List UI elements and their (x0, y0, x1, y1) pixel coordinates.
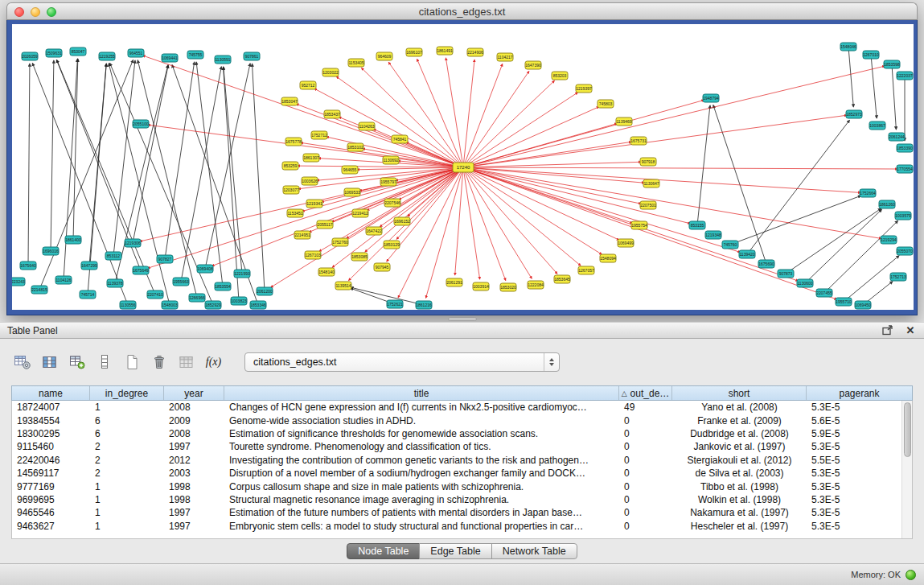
graph-node[interactable]: 1104263 (359, 122, 375, 130)
graph-node[interactable]: 907827 (157, 255, 173, 263)
graph-node[interactable]: 1853020 (500, 283, 516, 291)
graph-node[interactable]: 1069450 (855, 301, 871, 309)
graph-node[interactable]: 907873 (778, 270, 794, 278)
graph-node[interactable]: 1853598 (884, 60, 900, 68)
graph-node[interactable]: 1675731 (630, 137, 647, 145)
graph-node[interactable]: 964609 (376, 52, 392, 60)
graph-node[interactable]: 1130591 (215, 56, 231, 64)
graph-node[interactable]: 1853047 (281, 97, 298, 105)
graph-node[interactable]: 1752664 (860, 189, 876, 197)
graph-node[interactable]: 1955710 (836, 298, 852, 306)
show-columns-button[interactable] (39, 352, 60, 373)
network-graph[interactable]: 1853047 952712 1203022 1153405 964609 16… (12, 24, 914, 310)
new-table-button[interactable] (121, 352, 142, 373)
graph-node[interactable]: 964551 (128, 49, 144, 57)
graph-node[interactable]: 1647299 (81, 262, 97, 270)
graph-node[interactable]: 1139378 (107, 279, 123, 287)
graph-node[interactable]: 1130647 (643, 179, 659, 187)
close-panel-button[interactable]: ✕ (904, 324, 917, 337)
graph-node[interactable]: 1770554 (897, 165, 913, 173)
table-row[interactable]: 1938455462009Genome-wide association stu… (12, 414, 912, 426)
graph-node[interactable]: 853047 (70, 47, 86, 56)
import-table-button[interactable] (175, 352, 197, 373)
tab-network-table[interactable]: Network Table (491, 543, 577, 559)
graph-node[interactable]: 1853129 (384, 241, 400, 249)
graph-node[interactable]: 1219348 (705, 231, 721, 239)
graph-node[interactable]: 1852973 (846, 110, 862, 118)
table-row[interactable]: 946362711997Embryonic stem cells: a mode… (12, 520, 912, 533)
graph-node[interactable]: 907918 (640, 158, 656, 166)
close-window-button[interactable] (14, 7, 24, 17)
graph-node[interactable]: 1069408 (197, 265, 213, 273)
graph-node[interactable]: 1861216 (416, 301, 432, 309)
graph-node[interactable]: 1219397 (576, 84, 592, 93)
graph-node[interactable]: 2055117 (317, 220, 333, 229)
graph-node[interactable]: 1955797 (380, 178, 396, 186)
tab-edge-table[interactable]: Edge Table (419, 543, 491, 559)
table-row[interactable]: 1830029562008Estimation of significance … (12, 427, 912, 440)
graph-node[interactable]: 853259 (282, 162, 298, 170)
graph-node[interactable]: 1752712 (311, 131, 327, 139)
graph-node[interactable]: 952712 (300, 81, 316, 89)
graph-node[interactable]: 1104217 (497, 53, 513, 61)
graph-node[interactable]: 1069533 (344, 188, 360, 196)
column-header-title[interactable]: title (224, 386, 619, 400)
graph-node[interactable]: 1548140 (318, 268, 335, 276)
graph-node[interactable]: 1853645 (554, 275, 570, 283)
graph-node[interactable]: 1853554 (215, 282, 231, 290)
graph-node[interactable]: 1948794 (703, 94, 719, 102)
graph-node[interactable]: 1130556 (120, 301, 136, 309)
graph-node[interactable]: 2061200 (257, 287, 273, 295)
select-rows-button[interactable] (93, 352, 115, 373)
graph-node[interactable]: 1223243 (12, 278, 25, 286)
graph-node[interactable]: 1853346 (250, 301, 266, 309)
graph-node[interactable]: 1003579 (895, 212, 911, 220)
table-row[interactable]: 969969511998Structural magnetic resonanc… (12, 493, 912, 506)
graph-node[interactable]: 1861400 (65, 236, 81, 244)
graph-node[interactable]: 745714 (80, 290, 96, 299)
column-header-in_degree[interactable]: in_degree (90, 386, 164, 400)
graph-node[interactable]: 1675690 (758, 260, 774, 268)
graph-node[interactable]: 2207501 (640, 201, 656, 209)
graph-node[interactable]: 1548094 (600, 254, 616, 262)
graph-node[interactable]: 1696152 (394, 217, 410, 225)
graph-node[interactable]: 17240 (453, 163, 474, 172)
column-header-short[interactable]: short (672, 386, 807, 400)
graph-node[interactable]: 1219412 (352, 209, 368, 217)
graph-node[interactable]: 745760 (722, 241, 738, 249)
graph-node[interactable]: 853203 (552, 72, 568, 80)
graph-node[interactable]: 1696107 (406, 48, 422, 56)
graph-node[interactable]: 1153405 (348, 59, 364, 67)
graph-node[interactable]: 907861 (244, 52, 260, 60)
column-header-pagerank[interactable]: pagerank (807, 386, 912, 400)
graph-node[interactable]: 1219255 (99, 52, 115, 60)
graph-node[interactable]: 907945 (374, 263, 390, 271)
graph-node[interactable]: 1069499 (618, 239, 634, 247)
graph-node[interactable]: 1861260 (879, 200, 895, 208)
graph-node[interactable]: 1069441 (162, 54, 178, 62)
graph-node[interactable]: 2055100 (133, 120, 149, 128)
graph-node[interactable]: 2207546 (384, 199, 400, 207)
graph-node[interactable]: 745803 (598, 100, 614, 108)
graph-node[interactable]: 1222084 (528, 281, 544, 289)
column-header-out_de[interactable]: △out_de… (619, 386, 672, 400)
graph-node[interactable]: 1548046 (840, 43, 856, 51)
table-row[interactable]: 1872400712008Changes of HCN gene express… (12, 401, 912, 414)
graph-node[interactable]: 1752621 (387, 300, 403, 308)
graph-node[interactable]: 1548003 (162, 301, 178, 309)
table-scrollbar[interactable] (901, 401, 912, 538)
graph-node[interactable]: 2214951 (294, 231, 310, 239)
graph-node[interactable]: 1003823 (231, 297, 247, 305)
graph-node[interactable]: 1752760 (332, 238, 348, 246)
graph-node[interactable]: 2214815 (31, 286, 47, 294)
graph-node[interactable]: 2061291 (446, 278, 462, 286)
edit-columns-button[interactable] (66, 352, 88, 373)
zoom-window-button[interactable] (47, 7, 56, 17)
minimize-window-button[interactable] (31, 7, 40, 17)
graph-node[interactable]: 1752713 (890, 273, 906, 281)
graph-node[interactable]: 1853102 (347, 143, 363, 151)
graph-node[interactable]: 2026059 (22, 52, 38, 60)
graph-node[interactable]: 964655 (342, 166, 358, 174)
graph-node[interactable]: 1222037 (897, 72, 913, 80)
graph-node[interactable]: 2061244 (889, 133, 905, 141)
